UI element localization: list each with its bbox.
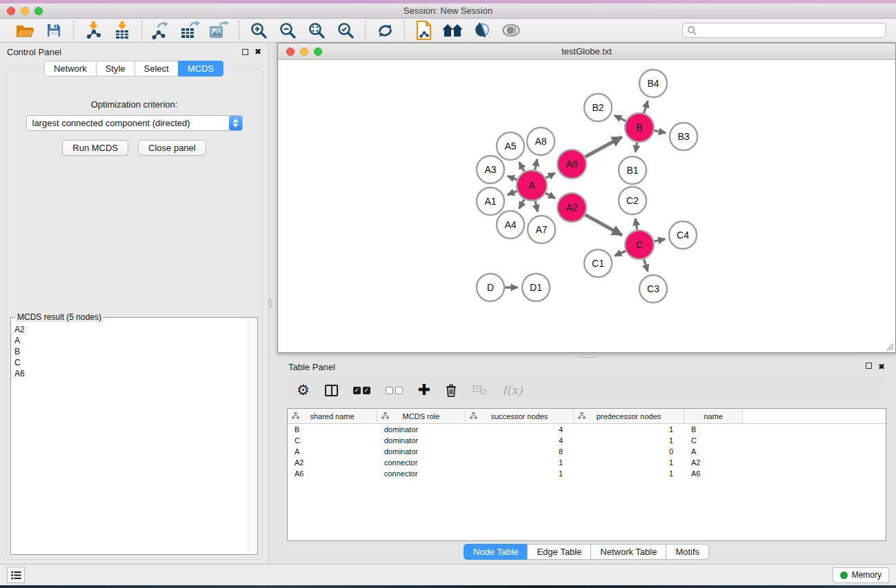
save-session-icon[interactable] bbox=[43, 21, 65, 40]
edge-A2-C[interactable] bbox=[584, 214, 622, 235]
float-panel-icon[interactable] bbox=[242, 49, 248, 55]
tab-edge-table[interactable]: Edge Table bbox=[527, 544, 591, 560]
table-settings-gear-icon[interactable]: ⚙ bbox=[297, 381, 310, 400]
select-all-icon[interactable]: ✓✓ bbox=[353, 381, 370, 400]
node-A[interactable]: A bbox=[517, 170, 547, 201]
mcds-result-item[interactable]: A2 bbox=[12, 324, 248, 335]
tab-motifs[interactable]: Motifs bbox=[666, 544, 709, 560]
column-header-successor-nodes[interactable]: successor nodes bbox=[466, 409, 574, 423]
table-float-icon[interactable] bbox=[866, 363, 872, 369]
horizontal-splitter[interactable] bbox=[277, 353, 896, 358]
network-canvas[interactable]: B4B2BB3A8A5A6A3B1AC2A1A2A4A7C4CC1DD1C3 bbox=[278, 60, 895, 352]
edge-B-B4[interactable] bbox=[644, 101, 648, 115]
tab-style[interactable]: Style bbox=[96, 61, 135, 77]
node-A3[interactable]: A3 bbox=[477, 156, 504, 183]
node-A1[interactable]: A1 bbox=[477, 187, 504, 215]
export-network-icon[interactable] bbox=[150, 21, 172, 40]
tab-select[interactable]: Select bbox=[135, 61, 179, 77]
network-from-selection-icon[interactable] bbox=[413, 21, 435, 40]
unselect-all-icon[interactable] bbox=[386, 381, 403, 400]
tab-mcds[interactable]: MCDS bbox=[178, 61, 223, 77]
zoom-window-button[interactable] bbox=[34, 7, 43, 15]
cell: A2 bbox=[288, 458, 377, 467]
table-panel-header: Table Panel ✖ bbox=[277, 358, 896, 375]
mcds-result-item[interactable]: A bbox=[12, 335, 248, 346]
delete-column-icon[interactable] bbox=[446, 381, 457, 400]
node-A6[interactable]: A6 bbox=[557, 150, 586, 179]
node-B3[interactable]: B3 bbox=[670, 123, 697, 150]
horizontal-splitter-handle[interactable] bbox=[578, 354, 596, 358]
export-table-icon[interactable] bbox=[179, 21, 201, 40]
edge-C-C3[interactable] bbox=[644, 257, 648, 272]
node-C3[interactable]: C3 bbox=[639, 275, 667, 303]
edge-A6-B[interactable] bbox=[584, 137, 622, 158]
mcds-result-item[interactable]: A6 bbox=[12, 368, 248, 379]
table-row-A2[interactable]: A2connector11A2 bbox=[288, 457, 886, 468]
node-A2[interactable]: A2 bbox=[557, 193, 586, 222]
graphics-details-icon[interactable] bbox=[471, 21, 493, 40]
column-header-shared-name[interactable]: shared name bbox=[288, 409, 377, 423]
zoom-selected-icon[interactable] bbox=[335, 21, 357, 40]
node-D1[interactable]: D1 bbox=[522, 274, 550, 301]
export-image-icon[interactable] bbox=[208, 21, 230, 40]
tab-network-table[interactable]: Network Table bbox=[590, 544, 666, 560]
memory-button[interactable]: Memory bbox=[833, 567, 889, 583]
column-header-name[interactable]: name bbox=[684, 409, 743, 423]
table-close-icon[interactable]: ✖ bbox=[878, 363, 885, 371]
node-A5[interactable]: A5 bbox=[497, 132, 524, 160]
node-A7[interactable]: A7 bbox=[528, 216, 555, 243]
node-D[interactable]: D bbox=[477, 274, 504, 301]
open-session-icon[interactable] bbox=[14, 21, 36, 40]
mcds-result-scrollbar[interactable] bbox=[248, 318, 257, 554]
home-icon[interactable] bbox=[442, 21, 464, 40]
node-B4[interactable]: B4 bbox=[639, 70, 667, 97]
tab-network[interactable]: Network bbox=[44, 61, 97, 77]
node-A4[interactable]: A4 bbox=[497, 211, 524, 239]
node-B[interactable]: B bbox=[625, 113, 654, 142]
task-history-button[interactable] bbox=[7, 567, 25, 583]
close-panel-button[interactable]: Close panel bbox=[138, 140, 206, 156]
import-network-icon[interactable] bbox=[82, 21, 104, 40]
column-header-predecessor-nodes[interactable]: predecessor nodes bbox=[574, 409, 684, 423]
function-builder-icon[interactable]: f(x) bbox=[502, 381, 522, 400]
node-C2[interactable]: C2 bbox=[619, 187, 646, 214]
node-B1[interactable]: B1 bbox=[619, 156, 646, 184]
close-window-button[interactable] bbox=[7, 7, 15, 15]
mcds-result-item[interactable]: C bbox=[12, 357, 248, 368]
network-close-button[interactable] bbox=[286, 48, 295, 56]
close-panel-icon[interactable]: ✖ bbox=[255, 48, 261, 56]
criterion-dropdown[interactable]: largest connected component (directed) bbox=[26, 115, 243, 131]
apply-layout-icon[interactable] bbox=[374, 21, 396, 40]
resize-grip-icon[interactable] bbox=[884, 341, 894, 351]
node-C1[interactable]: C1 bbox=[584, 250, 612, 277]
run-mcds-button[interactable]: Run MCDS bbox=[62, 140, 128, 156]
svg-text:C1: C1 bbox=[592, 258, 604, 269]
node-C[interactable]: C bbox=[625, 230, 654, 259]
node-C4[interactable]: C4 bbox=[669, 221, 697, 249]
add-column-icon[interactable]: ✚ bbox=[418, 381, 430, 400]
node-B2[interactable]: B2 bbox=[584, 94, 612, 121]
zoom-out-icon[interactable] bbox=[277, 21, 299, 40]
list-icon bbox=[11, 571, 21, 580]
zoom-fit-icon[interactable] bbox=[306, 21, 328, 40]
mcds-result-item[interactable]: B bbox=[12, 346, 248, 357]
network-zoom-button[interactable] bbox=[314, 48, 322, 56]
zoom-in-icon[interactable] bbox=[248, 21, 270, 40]
show-columns-icon[interactable] bbox=[325, 381, 338, 400]
table-row-A6[interactable]: A6connector11A6 bbox=[288, 468, 886, 479]
search-input[interactable] bbox=[682, 23, 886, 38]
tab-node-table[interactable]: Node Table bbox=[464, 544, 528, 560]
node-A8[interactable]: A8 bbox=[527, 128, 555, 155]
vertical-splitter-handle[interactable] bbox=[268, 299, 272, 307]
import-table-icon[interactable] bbox=[111, 21, 133, 40]
minimize-window-button[interactable] bbox=[21, 7, 29, 15]
network-window-title: testGlobe.txt bbox=[561, 46, 612, 57]
delete-table-icon[interactable] bbox=[472, 381, 487, 400]
network-minimize-button[interactable] bbox=[300, 48, 308, 56]
table-row-C[interactable]: Cdominator41C bbox=[288, 435, 886, 446]
app-window: Session: New Session bbox=[0, 0, 896, 588]
table-row-A[interactable]: Adominator80A bbox=[288, 446, 886, 457]
eye-icon[interactable] bbox=[500, 21, 522, 40]
column-header-MCDS-role[interactable]: MCDS role bbox=[377, 409, 466, 423]
table-row-B[interactable]: Bdominator41B bbox=[288, 424, 886, 435]
